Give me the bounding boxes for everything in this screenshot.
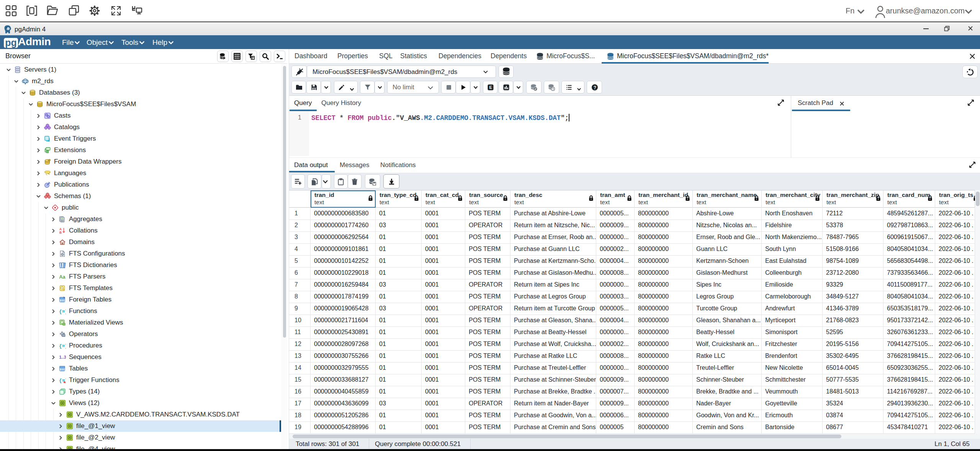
svg-text:Aa: Aa — [59, 274, 66, 280]
svg-text:B: B — [59, 231, 62, 235]
svg-text:1..3: 1..3 — [59, 355, 66, 359]
svg-text:{≡}: {≡} — [59, 309, 66, 315]
svg-text:{≡}: {≡} — [59, 343, 66, 349]
svg-text:E: E — [489, 85, 492, 90]
svg-text:?: ? — [594, 85, 596, 90]
